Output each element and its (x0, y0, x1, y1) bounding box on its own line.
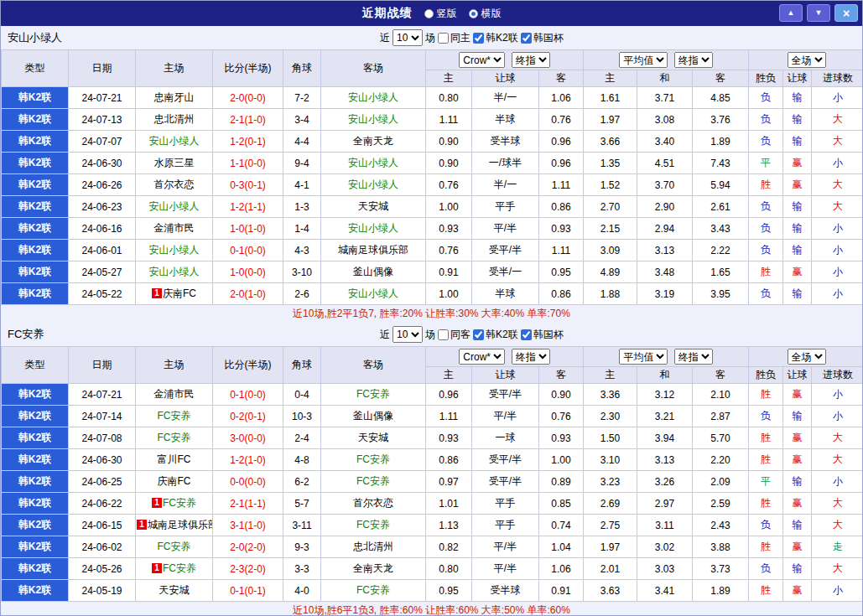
team-name: 安山小绿人 (8, 30, 62, 45)
match-count-select[interactable]: 10 (393, 29, 423, 46)
col-odds-away: 客 (539, 70, 584, 87)
move-up-button[interactable]: ▲ (779, 4, 803, 22)
layout-radio-horizontal[interactable]: 横版 (469, 7, 502, 21)
odds-home-cell: 0.97 (426, 471, 472, 493)
col-handicap: 让球 (472, 70, 539, 87)
average-final-select[interactable]: 终指 (674, 52, 713, 68)
avg-draw-cell: 3.11 (637, 515, 693, 536)
corners-cell: 3-10 (283, 261, 321, 283)
league-k2-checkbox[interactable]: 韩K2联 (473, 31, 518, 45)
games-unit-label: 场 (425, 31, 435, 45)
result-cell: 负 (749, 240, 783, 261)
move-down-button[interactable]: ▼ (807, 4, 830, 22)
league-cell: 韩K2联 (2, 493, 69, 515)
odds-home-cell: 0.82 (426, 536, 472, 558)
league-cell: 韩K2联 (2, 174, 69, 196)
avg-away-cell: 2.59 (693, 493, 749, 515)
avg-home-cell: 3.10 (584, 449, 637, 471)
avg-draw-cell: 3.26 (637, 471, 693, 493)
away-team-name: 安山小绿人 (348, 287, 398, 299)
match-row: 韩K2联 24-06-23 安山小绿人 1-2(1-1) 1-3 天安城 1.0… (2, 196, 863, 218)
handicap-cell: 平手 (472, 196, 539, 218)
avg-draw-cell: 3.08 (637, 109, 693, 131)
league-k2-checkbox-input[interactable] (473, 329, 484, 340)
odds-home-cell: 0.76 (426, 174, 472, 196)
summary-line: 近10场,胜2平1负7, 胜率:20% 让胜率:30% 大率:40% 单率:70… (1, 305, 862, 323)
handicap-cell: 半/一 (472, 87, 539, 109)
league-cup-checkbox-input[interactable] (521, 329, 532, 340)
col-type: 类型 (2, 50, 69, 87)
home-team-cell: 忠南牙山 (136, 87, 213, 109)
corners-cell: 2-4 (283, 427, 321, 449)
away-team-name: 全南天龙 (353, 562, 393, 574)
league-k2-checkbox[interactable]: 韩K2联 (473, 328, 518, 342)
league-cell: 韩K2联 (2, 384, 69, 406)
same-venue-checkbox-input[interactable] (438, 33, 449, 44)
league-cell: 韩K2联 (2, 580, 69, 602)
average-final-select[interactable]: 终指 (674, 349, 713, 365)
date-cell: 24-07-21 (69, 87, 136, 109)
same-venue-checkbox-input[interactable] (438, 329, 449, 340)
result-cell: 负 (749, 515, 783, 536)
away-team-cell: 全南天龙 (321, 558, 426, 580)
away-team-cell: 釜山偶像 (321, 406, 426, 427)
home-team-name: FC安养 (163, 562, 196, 574)
odds-home-cell: 1.13 (426, 515, 472, 536)
odds-away-cell: 0.93 (539, 218, 584, 240)
handicap-cell: 一球 (472, 427, 539, 449)
handicap-cell: 受平/半 (472, 449, 539, 471)
average-select[interactable]: 平均值 (619, 349, 668, 365)
home-team-cell: 安山小绿人 (136, 261, 213, 283)
avg-away-cell: 5.94 (693, 174, 749, 196)
same-venue-checkbox[interactable]: 同客 (438, 328, 470, 342)
handicap-cell: 半球 (472, 109, 539, 131)
away-team-cell: 城南足球俱乐部 (321, 240, 426, 261)
away-team-cell: 安山小绿人 (321, 174, 426, 196)
match-row: 韩K2联 24-05-27 安山小绿人 1-0(0-0) 3-10 釜山偶像 0… (2, 261, 863, 283)
section-bar: FC安养 近 10 场 同客 韩K2联 韩国杯 (1, 323, 862, 346)
league-cup-checkbox-input[interactable] (521, 33, 532, 44)
away-team-name: 安山小绿人 (348, 113, 398, 125)
average-select[interactable]: 平均值 (619, 52, 668, 68)
odds-final-select[interactable]: 终指 (512, 349, 550, 365)
handicap-cell: 平/半 (472, 558, 539, 580)
radio-label-horizontal: 横版 (481, 7, 502, 21)
odds-company-select[interactable]: Crow* (459, 349, 505, 365)
league-cup-checkbox[interactable]: 韩国杯 (521, 328, 564, 342)
home-team-name: 庆南FC (163, 287, 196, 299)
home-team-name: FC安养 (158, 432, 191, 443)
match-count-select[interactable]: 10 (393, 326, 423, 343)
league-cell: 韩K2联 (2, 87, 69, 109)
scope-select[interactable]: 全场 (788, 349, 826, 365)
close-button[interactable]: × (834, 4, 858, 22)
match-table: 类型 日期 主场 比分(半场) 角球 客场 Crow* 终指 平均值 终指 (1, 49, 863, 305)
layout-radio-vertical[interactable]: 竖版 (424, 7, 457, 21)
league-cup-checkbox[interactable]: 韩国杯 (521, 31, 564, 45)
avg-home-cell: 1.35 (584, 153, 637, 174)
avg-draw-cell: 3.13 (637, 449, 693, 471)
handicap-result-cell: 赢 (783, 536, 812, 558)
odds-away-cell: 1.06 (539, 558, 584, 580)
titlebar-buttons: ▲ ▼ × (779, 4, 858, 22)
league-cell: 韩K2联 (2, 196, 69, 218)
odds-company-select[interactable]: Crow* (459, 52, 505, 68)
avg-away-cell: 3.76 (693, 109, 749, 131)
odds-away-cell: 0.93 (539, 427, 584, 449)
home-team-cell: 金浦市民 (136, 384, 213, 406)
avg-home-cell: 1.97 (584, 536, 637, 558)
home-team-name: 安山小绿人 (149, 135, 200, 147)
match-row: 韩K2联 24-05-19 天安城 0-1(0-1) 4-0 FC安养 0.95… (2, 580, 863, 602)
score-cell: 0-1(0-0) (213, 240, 283, 261)
sections-container: 安山小绿人 近 10 场 同主 韩K2联 韩国杯 (1, 26, 862, 616)
same-venue-checkbox[interactable]: 同主 (438, 31, 470, 45)
score-cell: 2-0(2-0) (213, 536, 283, 558)
home-team-name: 天安城 (159, 584, 190, 596)
result-cell: 胜 (749, 493, 783, 515)
scope-select[interactable]: 全场 (788, 52, 826, 68)
avg-home-cell: 3.23 (584, 471, 637, 493)
league-k2-checkbox-input[interactable] (473, 33, 484, 44)
odds-final-select[interactable]: 终指 (512, 52, 550, 68)
date-cell: 24-05-27 (69, 261, 136, 283)
date-cell: 24-06-30 (69, 153, 136, 174)
away-team-cell: FC安养 (321, 384, 426, 406)
